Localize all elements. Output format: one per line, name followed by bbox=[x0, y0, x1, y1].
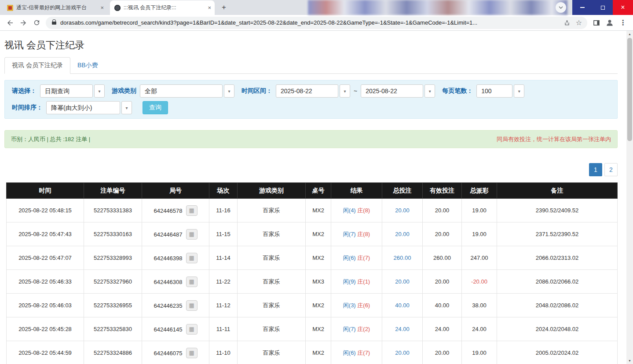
cell-table-no: MX3 bbox=[306, 270, 331, 294]
cell-result: 闲(9) 庄(1) bbox=[331, 270, 382, 294]
scroll-up-icon[interactable]: ▲ bbox=[626, 31, 633, 37]
per-page-select[interactable]: 100 ▾ bbox=[476, 84, 524, 98]
chevron-down-icon[interactable]: ▾ bbox=[121, 101, 132, 114]
cell-session: 11-14 bbox=[209, 246, 238, 270]
total-bet-link[interactable]: 20.00 bbox=[395, 278, 410, 285]
chevron-down-icon[interactable]: ▾ bbox=[340, 84, 350, 98]
tab-search-button[interactable] bbox=[556, 2, 566, 13]
total-bet-link[interactable]: 260.00 bbox=[394, 255, 411, 261]
payout-value: 19.00 bbox=[472, 349, 487, 356]
cell-round: 642446075▦ bbox=[142, 341, 209, 364]
reload-button[interactable] bbox=[30, 16, 43, 29]
round-detail-icon[interactable]: ▦ bbox=[186, 324, 198, 335]
cell-payout: 24.00 bbox=[462, 317, 497, 341]
round-number: 642446398 bbox=[154, 255, 182, 261]
browser-menu-button[interactable]: ⋮ bbox=[616, 16, 629, 29]
header-note: 备注 bbox=[497, 183, 618, 199]
avatar-icon bbox=[605, 18, 614, 27]
filter-panel: 请选择： 日期查询 ▾ 游戏类别 全部 ▾ 时间区间： 2025-08-22 ▾… bbox=[4, 80, 618, 119]
bookmark-star-icon[interactable]: ☆ bbox=[576, 18, 582, 27]
cell-round: 642446398▦ bbox=[142, 246, 209, 270]
cell-valid-bet: 20.00 bbox=[423, 222, 462, 246]
round-detail-icon[interactable]: ▦ bbox=[186, 300, 198, 311]
browser-tab-1[interactable]: 通宝-信誉最好的网上游戏平台 × bbox=[3, 0, 107, 15]
date-start-select[interactable]: 2025-08-22 ▾ bbox=[276, 84, 350, 98]
tab-bet-records[interactable]: 视讯 会员下注纪录 bbox=[4, 57, 70, 74]
round-detail-icon[interactable]: ▦ bbox=[186, 277, 198, 287]
pagination-page-1[interactable]: 1 bbox=[589, 163, 602, 176]
reload-icon bbox=[33, 19, 40, 26]
cell-total-bet: 20.00 bbox=[382, 222, 423, 246]
cell-note: 2371.52/2390.52 bbox=[497, 222, 618, 246]
round-detail-icon[interactable]: ▦ bbox=[186, 205, 198, 216]
share-button[interactable] bbox=[563, 19, 571, 26]
scroll-down-icon[interactable]: ▼ bbox=[626, 357, 633, 364]
round-detail-icon[interactable]: ▦ bbox=[186, 229, 198, 240]
chevron-down-icon[interactable]: ▾ bbox=[514, 84, 524, 98]
cell-result: 闲(7) 庄(2) bbox=[331, 317, 382, 341]
payout-value: 19.00 bbox=[472, 207, 487, 214]
filter-label-game-type: 游戏类别 bbox=[112, 87, 136, 95]
cell-result: 闲(4) 庄(8) bbox=[331, 199, 382, 222]
select-value: 2025-08-22 bbox=[276, 84, 338, 98]
tab-bb-tips[interactable]: BB小费 bbox=[70, 58, 105, 73]
date-mode-select[interactable]: 日期查询 ▾ bbox=[40, 84, 105, 98]
chevron-down-icon[interactable]: ▾ bbox=[224, 84, 234, 98]
table-row: 2025-08-22 05:46:03522753326955642446235… bbox=[7, 294, 618, 317]
forward-button[interactable] bbox=[17, 16, 30, 29]
total-bet-link[interactable]: 20.00 bbox=[395, 207, 410, 214]
header-payout: 总派彩 bbox=[462, 183, 497, 199]
browser-tab-2[interactable]: :::视讯 会员下注纪录::: × bbox=[110, 0, 215, 15]
filter-label-date-range: 时间区间： bbox=[241, 87, 272, 95]
pagination-page-2[interactable]: 2 bbox=[604, 163, 618, 176]
cell-bet-id: 522753325830 bbox=[84, 317, 142, 341]
page-scrollbar[interactable]: ▲ ▼ bbox=[626, 31, 633, 364]
window-maximize-button[interactable] bbox=[593, 0, 613, 15]
total-bet-link[interactable]: 20.00 bbox=[395, 231, 410, 237]
total-bet-link[interactable]: 20.00 bbox=[395, 349, 410, 356]
round-detail-icon[interactable]: ▦ bbox=[186, 253, 198, 263]
page-content: 视讯 会员下注纪录 视讯 会员下注纪录 BB小费 请选择： 日期查询 ▾ 游戏类… bbox=[0, 31, 626, 364]
tab-close-icon[interactable]: × bbox=[100, 4, 104, 11]
cell-round: 642446235▦ bbox=[142, 294, 209, 317]
chevron-down-icon[interactable]: ▾ bbox=[94, 84, 105, 98]
cell-bet-id: 522753330163 bbox=[84, 222, 142, 246]
window-minimize-button[interactable] bbox=[572, 0, 593, 15]
cell-valid-bet: 260.00 bbox=[423, 246, 462, 270]
cell-payout: -20.00 bbox=[462, 270, 497, 294]
cell-note: 2066.02/2313.02 bbox=[497, 246, 618, 270]
select-value: 降幂(由大到小) bbox=[46, 101, 120, 114]
cell-note: 2390.52/2409.52 bbox=[497, 199, 618, 222]
url-text[interactable]: dorasabs.com/game/betrecord_search/kind3… bbox=[60, 19, 558, 26]
cell-valid-bet: 24.00 bbox=[423, 317, 462, 341]
round-number: 642446308 bbox=[154, 278, 182, 285]
lock-icon[interactable] bbox=[52, 22, 56, 25]
cell-table-no: MX2 bbox=[306, 199, 331, 222]
cell-table-no: MX2 bbox=[306, 341, 331, 364]
scrollbar-thumb[interactable] bbox=[627, 38, 632, 141]
side-panel-button[interactable] bbox=[590, 16, 603, 29]
window-close-button[interactable]: × bbox=[613, 0, 633, 15]
profile-avatar[interactable] bbox=[603, 16, 616, 29]
sort-order-select[interactable]: 降幂(由大到小) ▾ bbox=[46, 101, 132, 114]
cell-bet-id: 522753327960 bbox=[84, 270, 142, 294]
round-detail-icon[interactable]: ▦ bbox=[186, 348, 198, 358]
search-button[interactable]: 查询 bbox=[143, 101, 168, 114]
total-bet-link[interactable]: 40.00 bbox=[395, 302, 410, 309]
header-result: 结果 bbox=[331, 183, 382, 199]
cell-time: 2025-08-22 05:47:07 bbox=[7, 246, 84, 270]
total-bet-link[interactable]: 24.00 bbox=[395, 326, 410, 332]
cell-session: 11-10 bbox=[209, 341, 238, 364]
select-value: 全部 bbox=[140, 84, 223, 98]
summary-note: 同局有效投注，统一计算在该局第一张注单内 bbox=[497, 135, 611, 143]
tab-title: 通宝-信誉最好的网上游戏平台 bbox=[16, 4, 98, 11]
date-end-select[interactable]: 2025-08-22 ▾ bbox=[361, 84, 435, 98]
address-bar[interactable]: dorasabs.com/game/betrecord_search/kind3… bbox=[46, 17, 587, 29]
game-type-select[interactable]: 全部 ▾ bbox=[140, 84, 234, 98]
round-number: 642446075 bbox=[154, 349, 182, 356]
cell-session: 11-22 bbox=[209, 270, 238, 294]
back-button[interactable] bbox=[4, 16, 17, 29]
tab-close-icon[interactable]: × bbox=[208, 4, 211, 11]
new-tab-button[interactable]: + bbox=[218, 2, 230, 13]
chevron-down-icon[interactable]: ▾ bbox=[424, 84, 435, 98]
